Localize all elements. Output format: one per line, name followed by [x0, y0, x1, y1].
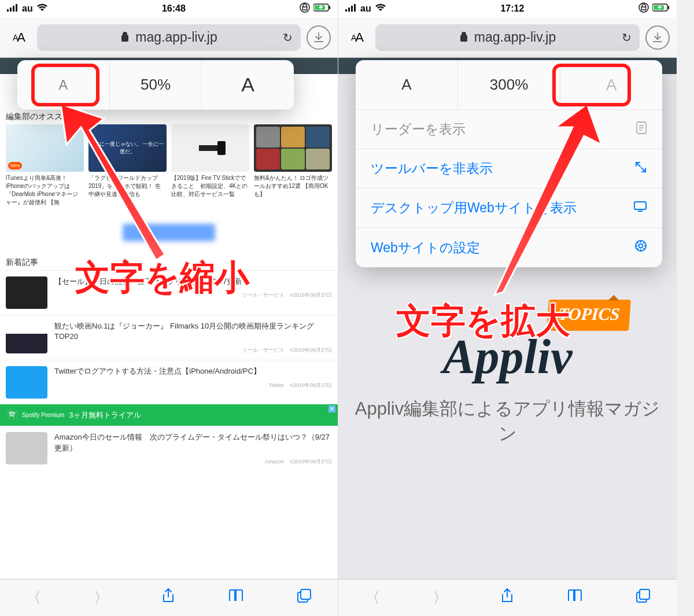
menu-label: Webサイトの設定	[371, 239, 480, 257]
downloads-button[interactable]	[645, 25, 670, 50]
ad-brand: Spotify Premium	[22, 412, 64, 418]
news-meta: ツール・サービス ⊙2019年09月27日	[54, 346, 332, 354]
svg-rect-2	[13, 6, 14, 12]
news-title: Amazon今日のセール情報 次のプライムデー・タイムセール祭りはいつ？（9/2…	[54, 432, 332, 453]
address-bar: AA mag.app-liv.jp ↻	[338, 17, 677, 58]
news-thumb	[6, 366, 47, 399]
news-title: 観たい映画No.1は『ジョーカー』 Filmarks 10月公開の映画期待度ラン…	[54, 321, 332, 342]
gear-icon	[634, 239, 647, 256]
menu-label: ツールバーを非表示	[371, 160, 493, 178]
sale-badge: 55%	[8, 162, 22, 169]
lock-icon	[459, 29, 468, 45]
svg-rect-14	[345, 9, 347, 12]
news-thumb	[6, 321, 47, 353]
zoom-percent[interactable]: 300%	[458, 60, 560, 109]
text-size-button[interactable]: AA	[7, 27, 31, 48]
downloads-button[interactable]	[307, 25, 331, 50]
bookmarks-button[interactable]	[228, 589, 244, 607]
back-button[interactable]: 〈	[365, 588, 380, 608]
wifi-icon	[36, 3, 48, 14]
signal-icon	[7, 3, 19, 14]
forward-button[interactable]: 〉	[433, 588, 448, 608]
carrier-label: au	[22, 3, 33, 14]
annotation-text: 文字を縮小	[75, 254, 249, 301]
news-thumb	[6, 276, 47, 309]
tabs-button[interactable]	[636, 588, 651, 607]
zoom-percent[interactable]: 50%	[110, 60, 202, 109]
phone-screenshot-left: au 16:48 AA mag.app-liv.jp ↻	[0, 0, 338, 616]
desktop-icon	[633, 201, 647, 216]
battery-icon	[313, 3, 331, 14]
expand-icon	[634, 161, 647, 177]
address-bar: AA mag.app-liv.jp ↻	[0, 17, 338, 58]
spotify-icon	[7, 409, 17, 421]
svg-rect-1	[10, 8, 12, 12]
url-field[interactable]: mag.app-liv.jp ↻	[37, 24, 301, 51]
featured-thumb	[171, 124, 249, 172]
url-field[interactable]: mag.app-liv.jp ↻	[375, 24, 640, 51]
status-bar: au 16:48	[0, 0, 338, 17]
orientation-lock-icon	[300, 2, 310, 15]
site-tagline: Appliv編集部によるアプリ情報マガジン	[338, 396, 677, 447]
clock-label: 17:12	[500, 3, 524, 14]
featured-item[interactable]: 【2019版】Fire TV Stickでできること 初期設定、4Kとの比較、対…	[171, 124, 249, 206]
annotation-arrow	[46, 104, 174, 266]
back-button[interactable]: 〈	[26, 588, 41, 608]
reload-icon[interactable]: ↻	[622, 31, 632, 45]
share-button[interactable]	[500, 588, 514, 608]
reload-icon[interactable]: ↻	[283, 31, 293, 45]
svg-rect-17	[354, 4, 356, 12]
featured-title: 無料&かんたん！ ロゴ作成ツールおすすめ12選 【商用OKも】	[254, 174, 332, 198]
battery-icon	[652, 3, 670, 14]
svg-rect-7	[329, 6, 330, 9]
clock-label: 16:48	[162, 3, 186, 14]
ad-text: 3ヶ月無料トライアル	[69, 410, 141, 420]
news-meta: Amazon ⊙2019年09月27日	[54, 458, 332, 466]
annotation-highlight	[552, 64, 631, 106]
ad-close-icon[interactable]: ✕	[328, 405, 335, 412]
featured-item[interactable]: 無料&かんたん！ ロゴ作成ツールおすすめ12選 【商用OKも】	[254, 124, 332, 206]
safari-toolbar: 〈 〉	[338, 579, 677, 616]
carrier-label: au	[360, 3, 371, 14]
forward-button[interactable]: 〉	[94, 588, 109, 608]
svg-rect-0	[7, 9, 9, 12]
status-bar: au 17:12	[338, 0, 677, 17]
text-size-button[interactable]: AA	[345, 27, 370, 48]
list-item[interactable]: Twitterでログアウトする方法・注意点【iPhone/Android/PC】…	[0, 360, 338, 404]
featured-title: 【2019版】Fire TV Stickでできること 初期設定、4Kとの比較、対…	[171, 174, 249, 198]
svg-rect-16	[351, 6, 353, 12]
tabs-button[interactable]	[297, 588, 312, 607]
news-meta: Twitter ⊙2019年09月27日	[54, 382, 332, 389]
annotation-highlight	[31, 64, 99, 106]
document-icon	[636, 121, 647, 138]
wifi-icon	[375, 3, 386, 14]
svg-rect-15	[348, 8, 350, 12]
featured-thumb	[254, 124, 332, 172]
phone-screenshot-right: au 17:12 AA mag.app-liv.jp ↻	[338, 0, 677, 616]
zoom-in-button[interactable]: A	[202, 60, 294, 109]
menu-label: リーダーを表示	[371, 120, 466, 138]
news-thumb	[6, 432, 47, 464]
svg-rect-26	[634, 202, 646, 209]
safari-toolbar: 〈 〉	[0, 579, 338, 616]
share-button[interactable]	[161, 588, 175, 608]
bookmarks-button[interactable]	[567, 589, 583, 607]
url-text: mag.app-liv.jp	[474, 29, 556, 45]
annotation-text: 文字を拡大	[396, 298, 570, 345]
list-item[interactable]: 観たい映画No.1は『ジョーカー』 Filmarks 10月公開の映画期待度ラン…	[0, 315, 338, 360]
svg-rect-3	[16, 4, 17, 12]
signal-icon	[345, 3, 357, 14]
zoom-out-button[interactable]: A	[356, 60, 458, 109]
svg-rect-21	[668, 6, 669, 9]
news-title: Twitterでログアウトする方法・注意点【iPhone/Android/PC】	[54, 366, 332, 377]
orientation-lock-icon	[638, 2, 649, 15]
svg-point-29	[639, 244, 643, 248]
svg-rect-13	[301, 589, 311, 599]
annotation-arrow	[483, 104, 610, 301]
ad-banner[interactable]: Spotify Premium 3ヶ月無料トライアル ✕	[0, 404, 338, 426]
svg-rect-31	[640, 589, 649, 599]
list-item[interactable]: Amazon今日のセール情報 次のプライムデー・タイムセール祭りはいつ？（9/2…	[0, 426, 338, 471]
lock-icon	[120, 29, 130, 45]
svg-rect-9	[217, 141, 226, 155]
url-text: mag.app-liv.jp	[135, 29, 217, 45]
